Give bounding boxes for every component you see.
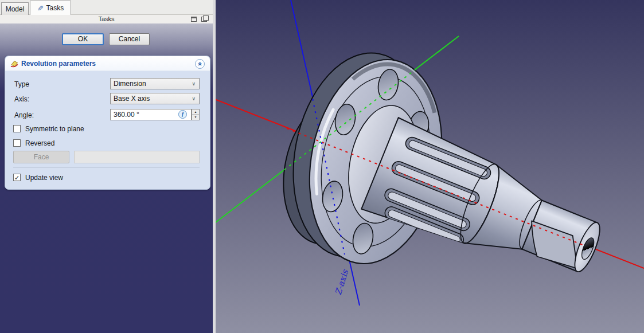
- groupbox-title: Revolution parameters: [21, 60, 96, 68]
- chevron-down-icon: ∨: [192, 93, 196, 104]
- reversed-checkbox[interactable]: [13, 139, 21, 147]
- type-label: Type: [14, 80, 29, 88]
- ok-button[interactable]: OK: [62, 33, 104, 45]
- symmetric-label: Symmetric to plane: [25, 125, 84, 133]
- divider: [13, 167, 200, 167]
- pencil-icon: ✎: [37, 4, 44, 13]
- tab-model-label: Model: [6, 5, 25, 13]
- update-view-checkbox[interactable]: ✓: [13, 174, 21, 181]
- axis-label: Axis:: [14, 95, 29, 103]
- 3d-viewport[interactable]: Z-axis: [216, 0, 644, 333]
- axis-dropdown[interactable]: Base X axis ∨: [110, 93, 200, 104]
- chevron-down-icon: ∨: [192, 79, 196, 89]
- spin-up-button[interactable]: ▲: [192, 109, 199, 115]
- type-dropdown[interactable]: Dimension ∨: [110, 78, 200, 89]
- tab-model[interactable]: Model: [1, 2, 29, 15]
- float-panel-icon[interactable]: [201, 17, 207, 22]
- tab-bar: Model ✎ Tasks: [0, 0, 213, 15]
- panel-titlebar: Tasks: [0, 15, 213, 23]
- tab-tasks-label: Tasks: [46, 4, 64, 12]
- revolution-icon: [10, 59, 19, 68]
- angle-spinner: ▲ ▼: [192, 109, 200, 120]
- task-panel: OK Cancel Revolution parameters « Type D…: [0, 23, 213, 333]
- angle-spinbox: ƒ ▲ ▼: [110, 109, 200, 120]
- tab-tasks[interactable]: ✎ Tasks: [30, 1, 71, 15]
- checkmark-icon: ✓: [14, 174, 19, 181]
- groupbox-header[interactable]: Revolution parameters «: [5, 56, 210, 71]
- symmetric-checkbox[interactable]: [13, 125, 21, 132]
- update-view-label: Update view: [25, 174, 63, 182]
- cancel-button[interactable]: Cancel: [109, 33, 150, 45]
- reversed-label: Reversed: [25, 139, 54, 147]
- type-value: Dimension: [114, 80, 146, 88]
- face-button[interactable]: Face: [13, 151, 69, 163]
- dock-panel-icon[interactable]: [191, 17, 197, 22]
- angle-label: Angle:: [14, 111, 34, 119]
- face-field[interactable]: [74, 151, 200, 163]
- expression-fx-icon[interactable]: ƒ: [178, 110, 187, 119]
- collapse-button[interactable]: «: [195, 59, 205, 69]
- revolution-parameters-groupbox: Revolution parameters « Type Dimension ∨…: [5, 56, 210, 190]
- app-window: Model ✎ Tasks Tasks OK Cancel Revolution…: [0, 0, 644, 333]
- 3d-scene[interactable]: Z-axis: [216, 0, 644, 333]
- panel-title: Tasks: [98, 15, 114, 22]
- axis-value: Base X axis: [114, 95, 150, 103]
- collapse-chevron-icon: «: [196, 62, 204, 66]
- spin-down-button[interactable]: ▼: [192, 115, 199, 120]
